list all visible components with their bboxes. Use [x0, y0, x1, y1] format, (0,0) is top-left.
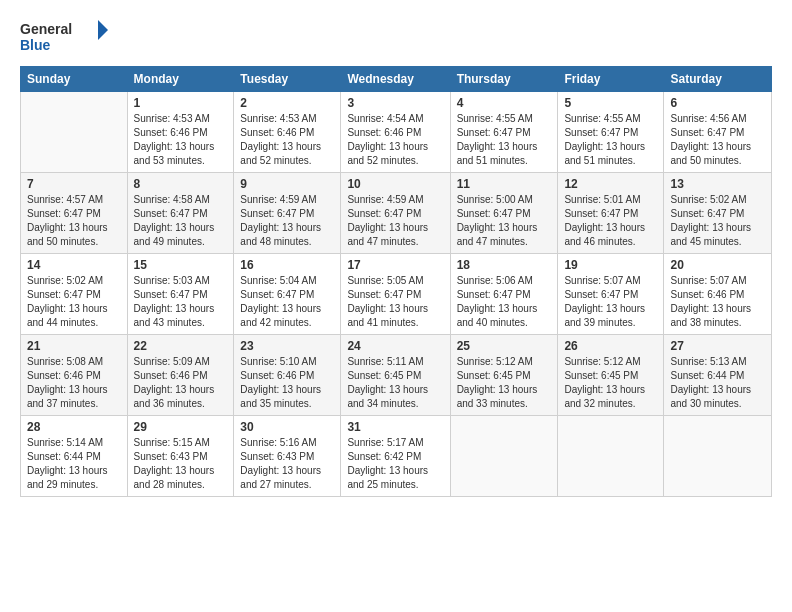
day-number: 11 [457, 177, 552, 191]
calendar-day-cell: 31Sunrise: 5:17 AM Sunset: 6:42 PM Dayli… [341, 416, 450, 497]
calendar-day-cell [664, 416, 772, 497]
day-number: 23 [240, 339, 334, 353]
day-info: Sunrise: 5:03 AM Sunset: 6:47 PM Dayligh… [134, 274, 228, 330]
calendar-header-row: SundayMondayTuesdayWednesdayThursdayFrid… [21, 67, 772, 92]
day-number: 16 [240, 258, 334, 272]
day-info: Sunrise: 4:59 AM Sunset: 6:47 PM Dayligh… [347, 193, 443, 249]
day-number: 9 [240, 177, 334, 191]
calendar-day-header: Monday [127, 67, 234, 92]
calendar-day-cell: 5Sunrise: 4:55 AM Sunset: 6:47 PM Daylig… [558, 92, 664, 173]
calendar-day-cell: 21Sunrise: 5:08 AM Sunset: 6:46 PM Dayli… [21, 335, 128, 416]
day-number: 13 [670, 177, 765, 191]
day-number: 18 [457, 258, 552, 272]
logo-svg: General Blue [20, 16, 110, 56]
day-info: Sunrise: 5:00 AM Sunset: 6:47 PM Dayligh… [457, 193, 552, 249]
calendar-day-cell: 14Sunrise: 5:02 AM Sunset: 6:47 PM Dayli… [21, 254, 128, 335]
day-info: Sunrise: 5:02 AM Sunset: 6:47 PM Dayligh… [670, 193, 765, 249]
day-number: 4 [457, 96, 552, 110]
calendar-day-cell: 2Sunrise: 4:53 AM Sunset: 6:46 PM Daylig… [234, 92, 341, 173]
calendar-day-header: Sunday [21, 67, 128, 92]
day-number: 29 [134, 420, 228, 434]
day-info: Sunrise: 5:02 AM Sunset: 6:47 PM Dayligh… [27, 274, 121, 330]
calendar-day-cell [450, 416, 558, 497]
day-info: Sunrise: 5:11 AM Sunset: 6:45 PM Dayligh… [347, 355, 443, 411]
calendar-day-cell [558, 416, 664, 497]
day-info: Sunrise: 4:57 AM Sunset: 6:47 PM Dayligh… [27, 193, 121, 249]
calendar-week-row: 1Sunrise: 4:53 AM Sunset: 6:46 PM Daylig… [21, 92, 772, 173]
calendar-day-cell: 12Sunrise: 5:01 AM Sunset: 6:47 PM Dayli… [558, 173, 664, 254]
day-number: 2 [240, 96, 334, 110]
calendar-day-header: Wednesday [341, 67, 450, 92]
day-info: Sunrise: 5:12 AM Sunset: 6:45 PM Dayligh… [457, 355, 552, 411]
day-info: Sunrise: 4:56 AM Sunset: 6:47 PM Dayligh… [670, 112, 765, 168]
calendar-day-header: Friday [558, 67, 664, 92]
day-info: Sunrise: 5:05 AM Sunset: 6:47 PM Dayligh… [347, 274, 443, 330]
day-number: 8 [134, 177, 228, 191]
calendar-day-cell: 11Sunrise: 5:00 AM Sunset: 6:47 PM Dayli… [450, 173, 558, 254]
day-info: Sunrise: 5:10 AM Sunset: 6:46 PM Dayligh… [240, 355, 334, 411]
day-number: 15 [134, 258, 228, 272]
day-number: 21 [27, 339, 121, 353]
day-info: Sunrise: 5:01 AM Sunset: 6:47 PM Dayligh… [564, 193, 657, 249]
day-number: 10 [347, 177, 443, 191]
svg-marker-1 [98, 20, 108, 40]
day-number: 1 [134, 96, 228, 110]
calendar-day-cell: 29Sunrise: 5:15 AM Sunset: 6:43 PM Dayli… [127, 416, 234, 497]
day-info: Sunrise: 4:55 AM Sunset: 6:47 PM Dayligh… [457, 112, 552, 168]
calendar-day-cell: 28Sunrise: 5:14 AM Sunset: 6:44 PM Dayli… [21, 416, 128, 497]
day-number: 22 [134, 339, 228, 353]
calendar-day-cell: 22Sunrise: 5:09 AM Sunset: 6:46 PM Dayli… [127, 335, 234, 416]
calendar-day-cell: 7Sunrise: 4:57 AM Sunset: 6:47 PM Daylig… [21, 173, 128, 254]
day-number: 14 [27, 258, 121, 272]
calendar-week-row: 28Sunrise: 5:14 AM Sunset: 6:44 PM Dayli… [21, 416, 772, 497]
calendar-day-cell: 4Sunrise: 4:55 AM Sunset: 6:47 PM Daylig… [450, 92, 558, 173]
calendar-day-cell: 20Sunrise: 5:07 AM Sunset: 6:46 PM Dayli… [664, 254, 772, 335]
day-info: Sunrise: 4:55 AM Sunset: 6:47 PM Dayligh… [564, 112, 657, 168]
day-number: 20 [670, 258, 765, 272]
calendar-day-cell: 1Sunrise: 4:53 AM Sunset: 6:46 PM Daylig… [127, 92, 234, 173]
calendar-day-cell: 16Sunrise: 5:04 AM Sunset: 6:47 PM Dayli… [234, 254, 341, 335]
day-info: Sunrise: 5:16 AM Sunset: 6:43 PM Dayligh… [240, 436, 334, 492]
calendar-week-row: 21Sunrise: 5:08 AM Sunset: 6:46 PM Dayli… [21, 335, 772, 416]
day-number: 31 [347, 420, 443, 434]
day-number: 5 [564, 96, 657, 110]
page: General Blue SundayMondayTuesdayWednesda… [0, 0, 792, 612]
calendar-day-cell: 19Sunrise: 5:07 AM Sunset: 6:47 PM Dayli… [558, 254, 664, 335]
day-number: 26 [564, 339, 657, 353]
calendar-day-header: Saturday [664, 67, 772, 92]
day-number: 6 [670, 96, 765, 110]
day-number: 17 [347, 258, 443, 272]
calendar-day-cell: 26Sunrise: 5:12 AM Sunset: 6:45 PM Dayli… [558, 335, 664, 416]
day-info: Sunrise: 5:04 AM Sunset: 6:47 PM Dayligh… [240, 274, 334, 330]
calendar-week-row: 14Sunrise: 5:02 AM Sunset: 6:47 PM Dayli… [21, 254, 772, 335]
day-number: 28 [27, 420, 121, 434]
calendar-day-cell: 6Sunrise: 4:56 AM Sunset: 6:47 PM Daylig… [664, 92, 772, 173]
calendar-day-cell: 13Sunrise: 5:02 AM Sunset: 6:47 PM Dayli… [664, 173, 772, 254]
calendar-day-cell: 27Sunrise: 5:13 AM Sunset: 6:44 PM Dayli… [664, 335, 772, 416]
day-info: Sunrise: 4:53 AM Sunset: 6:46 PM Dayligh… [134, 112, 228, 168]
calendar-week-row: 7Sunrise: 4:57 AM Sunset: 6:47 PM Daylig… [21, 173, 772, 254]
day-info: Sunrise: 5:17 AM Sunset: 6:42 PM Dayligh… [347, 436, 443, 492]
header: General Blue [20, 16, 772, 56]
day-info: Sunrise: 5:06 AM Sunset: 6:47 PM Dayligh… [457, 274, 552, 330]
calendar-day-cell [21, 92, 128, 173]
day-number: 27 [670, 339, 765, 353]
day-info: Sunrise: 4:54 AM Sunset: 6:46 PM Dayligh… [347, 112, 443, 168]
day-number: 24 [347, 339, 443, 353]
svg-text:General: General [20, 21, 72, 37]
calendar-day-cell: 25Sunrise: 5:12 AM Sunset: 6:45 PM Dayli… [450, 335, 558, 416]
calendar-day-cell: 3Sunrise: 4:54 AM Sunset: 6:46 PM Daylig… [341, 92, 450, 173]
day-number: 3 [347, 96, 443, 110]
svg-text:Blue: Blue [20, 37, 51, 53]
logo: General Blue [20, 16, 110, 56]
calendar-day-cell: 8Sunrise: 4:58 AM Sunset: 6:47 PM Daylig… [127, 173, 234, 254]
day-info: Sunrise: 5:14 AM Sunset: 6:44 PM Dayligh… [27, 436, 121, 492]
day-info: Sunrise: 4:59 AM Sunset: 6:47 PM Dayligh… [240, 193, 334, 249]
day-info: Sunrise: 4:53 AM Sunset: 6:46 PM Dayligh… [240, 112, 334, 168]
day-info: Sunrise: 5:08 AM Sunset: 6:46 PM Dayligh… [27, 355, 121, 411]
day-info: Sunrise: 5:07 AM Sunset: 6:46 PM Dayligh… [670, 274, 765, 330]
calendar-day-header: Thursday [450, 67, 558, 92]
calendar-day-cell: 18Sunrise: 5:06 AM Sunset: 6:47 PM Dayli… [450, 254, 558, 335]
day-number: 19 [564, 258, 657, 272]
calendar-table: SundayMondayTuesdayWednesdayThursdayFrid… [20, 66, 772, 497]
